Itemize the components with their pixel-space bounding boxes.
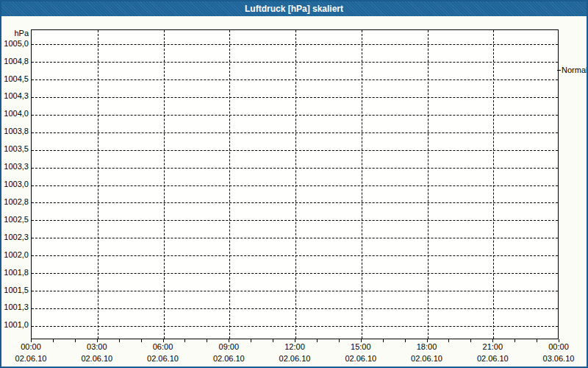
y-tick-label: 1003,5 bbox=[1, 144, 29, 154]
x-date-label: 02.06.10 bbox=[405, 354, 449, 364]
plot-area bbox=[31, 29, 559, 339]
x-time-label: 06:00 bbox=[141, 342, 185, 352]
h-gridline bbox=[32, 326, 558, 327]
v-gridline bbox=[428, 30, 429, 339]
window-title: Luftdruck [hPa] skaliert bbox=[245, 4, 343, 14]
v-gridline bbox=[98, 30, 98, 339]
y-tick-label: 1002,3 bbox=[1, 233, 29, 242]
x-time-label: 09:00 bbox=[207, 342, 251, 352]
y-tick-label: 1001,8 bbox=[1, 268, 29, 277]
h-gridline bbox=[32, 291, 558, 291]
y-tick-label: 1003,3 bbox=[1, 162, 29, 171]
v-gridline bbox=[493, 30, 494, 339]
x-axis-tick bbox=[383, 339, 384, 342]
y-tick-label: 1001,0 bbox=[1, 320, 29, 330]
h-gridline bbox=[32, 273, 558, 274]
x-date-label: 02.06.10 bbox=[75, 354, 119, 364]
x-date-label: 02.06.10 bbox=[273, 354, 317, 364]
x-time-label: 18:00 bbox=[405, 342, 449, 352]
normal-marker-tick bbox=[557, 70, 561, 71]
y-tick-label: 1002,5 bbox=[1, 215, 29, 224]
h-gridline bbox=[32, 202, 558, 203]
y-axis-unit-label: hPa bbox=[1, 29, 29, 38]
x-time-label: 21:00 bbox=[470, 342, 514, 352]
x-time-label: 00:00 bbox=[537, 342, 581, 352]
x-axis-tick bbox=[53, 339, 54, 342]
chart-window: Luftdruck [hPa] skaliert hPa Normal 1005… bbox=[0, 0, 588, 368]
h-gridline bbox=[32, 255, 558, 256]
h-gridline bbox=[32, 185, 558, 186]
y-tick-label: 1003,0 bbox=[1, 180, 29, 189]
v-gridline bbox=[362, 30, 362, 339]
x-date-label: 02.06.10 bbox=[207, 354, 251, 364]
chart-region: hPa Normal 1005,01004,81004,51004,31004,… bbox=[1, 16, 587, 367]
x-date-label: 03.06.10 bbox=[537, 354, 581, 364]
v-gridline bbox=[295, 30, 296, 339]
h-gridline bbox=[32, 308, 558, 309]
x-axis-tick bbox=[251, 339, 251, 342]
window-titlebar[interactable]: Luftdruck [hPa] skaliert bbox=[1, 1, 587, 16]
h-gridline bbox=[32, 97, 558, 98]
y-tick-label: 1005,0 bbox=[1, 39, 29, 49]
x-axis-tick bbox=[184, 339, 185, 342]
x-date-label: 02.06.10 bbox=[9, 354, 53, 364]
y-tick-label: 1002,0 bbox=[1, 250, 29, 260]
x-axis-tick bbox=[317, 339, 318, 342]
y-tick-label: 1001,3 bbox=[1, 302, 29, 312]
h-gridline bbox=[32, 238, 558, 238]
x-axis-tick bbox=[514, 339, 515, 342]
x-time-label: 03:00 bbox=[75, 342, 119, 352]
v-gridline bbox=[164, 30, 165, 339]
y-tick-label: 1001,5 bbox=[1, 286, 29, 295]
x-date-label: 02.06.10 bbox=[339, 354, 383, 364]
h-gridline bbox=[32, 79, 558, 80]
h-gridline bbox=[32, 150, 558, 151]
x-time-label: 12:00 bbox=[273, 342, 317, 352]
y-tick-label: 1004,8 bbox=[1, 57, 29, 66]
x-time-label: 00:00 bbox=[9, 342, 53, 352]
v-gridline bbox=[229, 30, 230, 339]
h-gridline bbox=[32, 220, 558, 221]
y-tick-label: 1004,5 bbox=[1, 74, 29, 84]
x-date-label: 02.06.10 bbox=[141, 354, 185, 364]
x-time-label: 15:00 bbox=[339, 342, 383, 352]
y-tick-label: 1002,8 bbox=[1, 197, 29, 207]
h-gridline bbox=[32, 168, 558, 169]
h-gridline bbox=[32, 115, 558, 116]
y-tick-label: 1004,0 bbox=[1, 109, 29, 118]
y-tick-label: 1003,8 bbox=[1, 127, 29, 136]
x-date-label: 02.06.10 bbox=[470, 354, 514, 364]
h-gridline bbox=[32, 132, 558, 133]
x-axis-tick bbox=[448, 339, 449, 342]
h-gridline bbox=[32, 44, 558, 45]
y-tick-label: 1004,3 bbox=[1, 91, 29, 101]
x-axis-tick bbox=[119, 339, 120, 342]
h-gridline bbox=[32, 62, 558, 63]
normal-marker-label: Normal bbox=[562, 66, 587, 75]
